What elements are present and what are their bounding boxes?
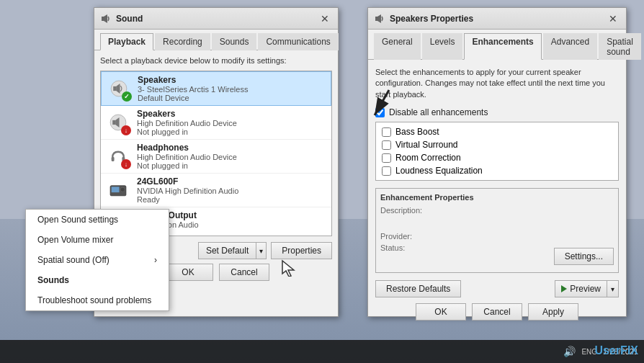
enhancements-description: Select the enhancements to apply for you… [375,67,619,100]
context-menu-open-volume[interactable]: Open Volume mixer [26,230,169,250]
svg-rect-16 [375,17,377,21]
preview-label: Preview [570,284,601,294]
property-provider-label: Provider: [380,232,438,241]
speakers-ok-button[interactable]: OK [416,303,466,321]
device-info-2: Headphones High Definition Audio Device … [137,143,327,170]
loudness-eq-label: Loudness Equalization [395,166,483,176]
preview-dropdown[interactable]: ▾ [607,280,619,297]
context-menu-open-volume-label: Open Volume mixer [37,235,113,245]
bass-boost-label: Bass Boost [395,127,439,137]
speakers-titlebar: Speakers Properties ✕ [368,8,626,30]
enhancement-properties-title: Enhancement Properties [380,193,614,202]
svg-rect-11 [112,187,120,192]
tab-general[interactable]: General [374,33,421,60]
device-info-0: Speakers 3- SteelSeries Arctis 1 Wireles… [138,75,326,102]
property-description-label: Description: [380,206,438,215]
context-menu-troubleshoot[interactable]: Troubleshoot sound problems [26,290,169,310]
badge-check-0: ✓ [122,91,132,102]
enhancement-virtual-surround[interactable]: Virtual Surround [379,138,615,151]
room-correction-checkbox[interactable] [382,153,391,163]
sound-instruction: Select a playback device below to modify… [100,56,332,65]
speakers-cancel-button[interactable]: Cancel [472,303,522,321]
context-menu-open-sound[interactable]: Open Sound settings [26,210,169,230]
speakers-dialog-title: Speakers Properties [390,14,606,24]
svg-rect-6 [112,120,115,125]
device-item-2[interactable]: ↓ Headphones High Definition Audio Devic… [101,140,331,174]
arrow-annotation [353,86,396,132]
sound-dialog-titlebar: Sound ✕ [94,8,338,30]
preview-button[interactable]: Preview [555,280,607,297]
disable-all-row: Disable all enhancements [375,107,619,117]
properties-button[interactable]: Properties [271,242,332,259]
set-default-button[interactable]: Set Default [198,242,256,259]
tab-communications[interactable]: Communications [258,33,338,50]
device-item-0[interactable]: ✓ Speakers 3- SteelSeries Arctis 1 Wirel… [101,71,331,106]
svg-rect-3 [113,86,116,91]
property-status-row: Status: Settings... [380,243,614,265]
enhancement-bass-boost[interactable]: Bass Boost [379,125,615,138]
property-provider-row: Provider: [380,232,614,241]
property-status-label: Status: [380,243,438,252]
sound-ok-button[interactable]: OK [163,264,213,281]
tab-spatial[interactable]: Spatial sound [599,33,641,60]
device-icon-2: ↓ [105,143,131,169]
speakers-dialog-close[interactable]: ✕ [606,12,620,26]
enhancements-list: Bass Boost Virtual Surround Room Correct… [375,122,619,181]
device-icon-0: ✓ [106,76,132,102]
speakers-icon [374,13,385,24]
device-item-3[interactable]: 24GL600F NVIDIA High Definition Audio Re… [101,174,331,207]
device-item-1[interactable]: ↓ Speakers High Definition Audio Device … [101,106,331,140]
submenu-arrow-icon: › [154,255,157,265]
tab-sounds[interactable]: Sounds [212,33,257,50]
set-default-group: Set Default ▾ [198,242,267,259]
taskbar-volume-icon[interactable]: 🔊 [563,346,576,357]
device-icon-3 [105,177,131,203]
svg-rect-8 [112,157,115,161]
enhancements-footer: Restore Defaults Preview ▾ [375,280,619,297]
device-icon-1: ↓ [105,109,131,135]
virtual-surround-checkbox[interactable] [382,140,391,150]
sound-dialog-title: Sound [116,14,318,24]
context-menu: Open Sound settings Open Volume mixer Sp… [25,209,169,311]
tab-levels[interactable]: Levels [422,33,463,60]
enhancement-loudness-eq[interactable]: Loudness Equalization [379,164,615,177]
context-menu-sounds-label: Sounds [37,275,69,285]
badge-x-1: ↓ [121,125,131,135]
enhancement-room-correction[interactable]: Room Correction [379,151,615,164]
property-description-row: Description: [380,206,614,215]
watermark: UserFIX [595,344,638,357]
sound-dialog-close[interactable]: ✕ [318,12,332,26]
tab-advanced[interactable]: Advanced [543,33,597,60]
loudness-eq-checkbox[interactable] [382,166,391,176]
sound-dialog-icon [100,13,112,24]
speakers-tabs: General Levels Enhancements Advanced Spa… [368,30,626,60]
svg-point-12 [120,187,125,192]
watermark-u: U [595,344,604,357]
context-menu-spatial-sound[interactable]: Spatial sound (Off) › [26,250,169,270]
tab-playback[interactable]: Playback [100,33,153,50]
context-menu-troubleshoot-label: Troubleshoot sound problems [37,295,151,305]
device-info-3: 24GL600F NVIDIA High Definition Audio Re… [137,176,327,204]
watermark-rest: serFIX [603,344,638,357]
context-menu-spatial-label: Spatial sound (Off) [37,255,109,265]
svg-rect-0 [102,17,104,21]
settings-button[interactable]: Settings... [554,248,614,265]
restore-defaults-button[interactable]: Restore Defaults [375,280,461,297]
speakers-dialog: Speakers Properties ✕ General Levels Enh… [367,7,627,317]
speakers-apply-button[interactable]: Apply [528,303,578,321]
sound-cancel-button[interactable]: Cancel [219,264,269,281]
tab-enhancements[interactable]: Enhancements [464,33,541,60]
tab-recording[interactable]: Recording [155,33,210,50]
sound-tabs: Playback Recording Sounds Communications [94,30,338,50]
set-default-dropdown[interactable]: ▾ [256,242,267,259]
svg-marker-17 [377,14,381,23]
play-icon [561,285,567,292]
room-correction-label: Room Correction [395,153,461,163]
badge-x-2: ↓ [121,159,131,169]
virtual-surround-label: Virtual Surround [395,140,458,150]
disable-all-label: Disable all enhancements [389,107,488,117]
svg-marker-1 [104,14,107,23]
context-menu-sounds[interactable]: Sounds [26,270,169,290]
enhancement-properties-section: Enhancement Properties Description: Prov… [375,188,619,273]
preview-group: Preview ▾ [555,280,619,297]
